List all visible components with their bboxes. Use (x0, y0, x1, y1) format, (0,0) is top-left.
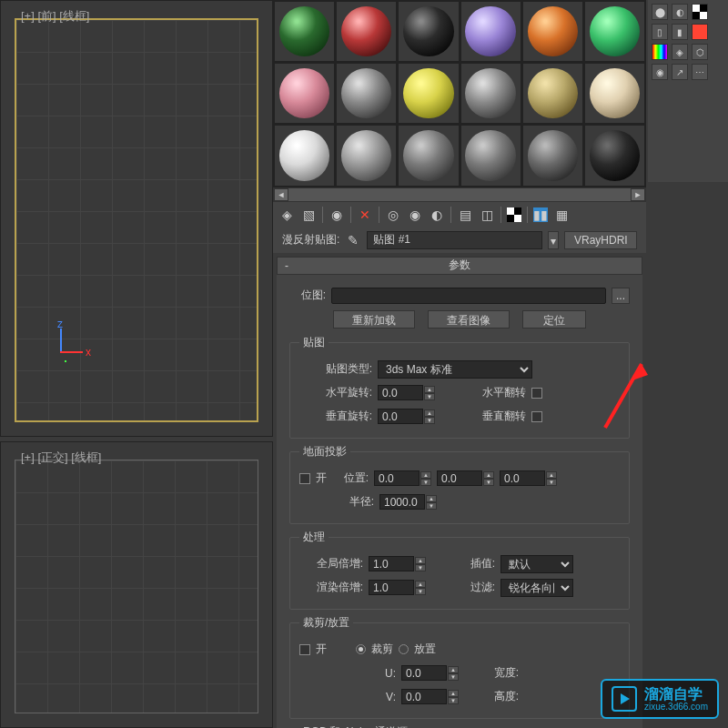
place-opt-label: 放置 (414, 642, 436, 657)
tool-icon[interactable]: ▧ (300, 207, 317, 223)
tool-icon[interactable]: ⋯ (692, 64, 708, 80)
rollout-params-header[interactable]: - 参数 (277, 257, 642, 275)
render-mult-label: 渲染倍增: (299, 580, 363, 595)
group-rgb: RGB 和 Alpha 通道源 (289, 724, 630, 728)
hflip-checkbox[interactable] (531, 388, 542, 399)
tool-icon[interactable]: ◉ (329, 207, 345, 223)
delete-icon[interactable]: ✕ (357, 207, 373, 223)
watermark-title: 溜溜自学 (644, 687, 708, 702)
spinner-up-icon[interactable]: ▲ (424, 410, 435, 417)
interp-select[interactable]: 默认 (500, 555, 573, 573)
crop-on-label: 开 (316, 642, 327, 657)
color-icon[interactable] (652, 44, 668, 60)
place-radio[interactable] (399, 644, 409, 654)
group-map-legend: 贴图 (299, 335, 329, 350)
tool-icon[interactable]: ▤ (457, 207, 473, 223)
scroll-left-icon[interactable]: ◄ (274, 188, 288, 201)
tool-icon[interactable]: ↗ (672, 64, 688, 80)
pos-y-input[interactable] (437, 470, 482, 486)
material-swatch[interactable] (398, 125, 459, 186)
tool-icon[interactable]: ◈ (278, 207, 295, 223)
map-type-button[interactable]: VRayHDRI (564, 231, 637, 249)
material-swatch[interactable] (336, 63, 397, 124)
viewport-ortho[interactable]: [+] [正交] [线框] (0, 441, 273, 728)
global-mult-input[interactable] (369, 556, 414, 571)
spinner-down-icon[interactable]: ▼ (424, 393, 435, 400)
vflip-checkbox[interactable] (531, 411, 542, 422)
crop-on-checkbox[interactable] (299, 644, 310, 655)
tool-icon[interactable]: ▦ (553, 207, 570, 223)
material-swatch[interactable] (522, 125, 583, 186)
tool-icon[interactable]: ◎ (385, 207, 401, 223)
tool-icon[interactable]: ◉ (652, 64, 668, 80)
diffuse-map-label: 漫反射贴图: (282, 232, 339, 248)
material-swatch[interactable] (522, 63, 583, 124)
group-crop: 裁剪/放置 开 裁剪 放置 U: ▲▼ 宽度: (289, 615, 630, 719)
vrot-input[interactable] (378, 409, 423, 424)
scroll-right-icon[interactable]: ► (631, 188, 645, 201)
ground-on-label: 开 (316, 470, 327, 486)
tool-icon[interactable]: ◫ (479, 207, 495, 223)
pos-z-input[interactable] (500, 470, 545, 486)
pos-x-input[interactable] (374, 470, 420, 486)
tool-icon[interactable]: ▯ (652, 24, 668, 40)
group-crop-legend: 裁剪/放置 (299, 615, 353, 631)
locate-button[interactable]: 定位 (522, 310, 586, 329)
tool-icon[interactable]: ▮▮ (533, 207, 548, 222)
material-swatch[interactable] (460, 1, 521, 62)
viewport-label-front[interactable]: [+] [前] [线框] (21, 8, 90, 25)
tool-icon[interactable]: ◐ (672, 4, 688, 20)
u-input[interactable] (401, 665, 447, 681)
material-swatch[interactable] (274, 125, 335, 186)
dropdown-icon[interactable]: ▾ (548, 231, 559, 249)
checker-icon[interactable] (507, 207, 521, 222)
browse-button[interactable]: ... (612, 288, 630, 304)
swatches-scrollbar[interactable]: ◄ ► (273, 187, 646, 202)
group-process: 处理 全局倍增: ▲▼ 插值: 默认 渲染倍增: ▲▼ 过滤: 锐化各向同 (289, 530, 630, 610)
params-title: 参数 (449, 258, 470, 273)
spinner-down-icon[interactable]: ▼ (424, 417, 435, 424)
tool-icon[interactable]: ▮ (672, 24, 688, 40)
tool-icon[interactable]: ⬤ (652, 4, 668, 20)
eyedropper-icon[interactable]: ✎ (345, 232, 361, 248)
checker-icon[interactable] (692, 4, 708, 20)
bitmap-path-input[interactable] (331, 288, 606, 304)
crop-radio[interactable] (356, 644, 366, 654)
global-mult-label: 全局倍增: (299, 556, 363, 571)
render-mult-input[interactable] (369, 580, 414, 595)
material-swatch[interactable] (584, 125, 645, 186)
material-editor-panel: ◄ ► ◈ ▧ ◉ ✕ ◎ ◉ ◐ ▤ ◫ ▮▮ ▦ 漫反射贴图: ✎ ▾ VR… (273, 0, 646, 728)
material-swatch[interactable] (584, 63, 645, 124)
tool-icon[interactable]: ◈ (672, 44, 688, 60)
hrot-input[interactable] (378, 385, 423, 400)
v-input[interactable] (401, 689, 447, 704)
material-swatch[interactable] (460, 63, 521, 124)
radius-input[interactable] (379, 494, 425, 510)
tool-icon[interactable]: ⬡ (692, 44, 708, 60)
viewport-label-ortho[interactable]: [+] [正交] [线框] (21, 450, 102, 466)
material-swatch[interactable] (336, 125, 397, 186)
spinner-up-icon[interactable]: ▲ (424, 386, 435, 393)
vflip-label: 垂直翻转 (482, 409, 526, 424)
material-swatch[interactable] (336, 1, 397, 62)
maptype-select[interactable]: 3ds Max 标准 (378, 360, 532, 379)
tool-icon[interactable]: ◉ (407, 207, 423, 223)
viewport-front[interactable]: [+] [前] [线框] (0, 0, 273, 437)
play-icon (612, 686, 637, 712)
height-label: 高度: (464, 689, 519, 704)
material-swatch[interactable] (522, 1, 583, 62)
tool-icon[interactable]: ◐ (429, 207, 445, 223)
view-image-button[interactable]: 查看图像 (428, 310, 510, 329)
material-swatch[interactable] (398, 1, 459, 62)
material-swatch[interactable] (398, 63, 459, 124)
material-swatch[interactable] (274, 1, 335, 62)
filter-select[interactable]: 锐化各向同 (500, 579, 573, 597)
tool-icon[interactable] (692, 24, 708, 40)
hflip-label: 水平翻转 (482, 385, 526, 400)
ground-on-checkbox[interactable] (299, 473, 310, 484)
reload-button[interactable]: 重新加载 (333, 310, 415, 329)
material-swatch[interactable] (460, 125, 521, 186)
map-name-input[interactable] (367, 231, 542, 249)
material-swatch[interactable] (274, 63, 335, 124)
material-swatch[interactable] (584, 1, 645, 62)
